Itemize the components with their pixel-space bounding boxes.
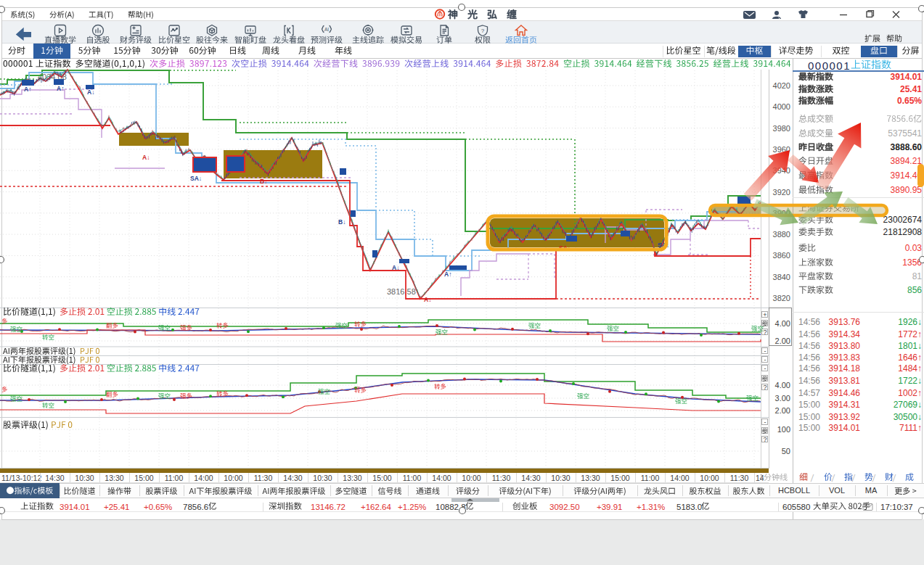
svg-text:SA↓: SA↓ — [658, 242, 669, 249]
svg-text:A↓: A↓ — [424, 296, 431, 303]
svg-text:B↓: B↓ — [260, 178, 267, 185]
svg-text:B↓: B↓ — [338, 218, 346, 226]
svg-text:A↑: A↑ — [57, 85, 64, 92]
svg-text:SA↓: SA↓ — [190, 175, 202, 182]
svg-text:A↓: A↓ — [392, 264, 399, 271]
svg-text:A↓: A↓ — [142, 154, 150, 161]
svg-text:A↑: A↑ — [24, 86, 31, 93]
svg-text:SA↓: SA↓ — [559, 244, 571, 252]
svg-text:A↓: A↓ — [87, 88, 94, 96]
svg-text:A↑: A↑ — [444, 271, 451, 278]
